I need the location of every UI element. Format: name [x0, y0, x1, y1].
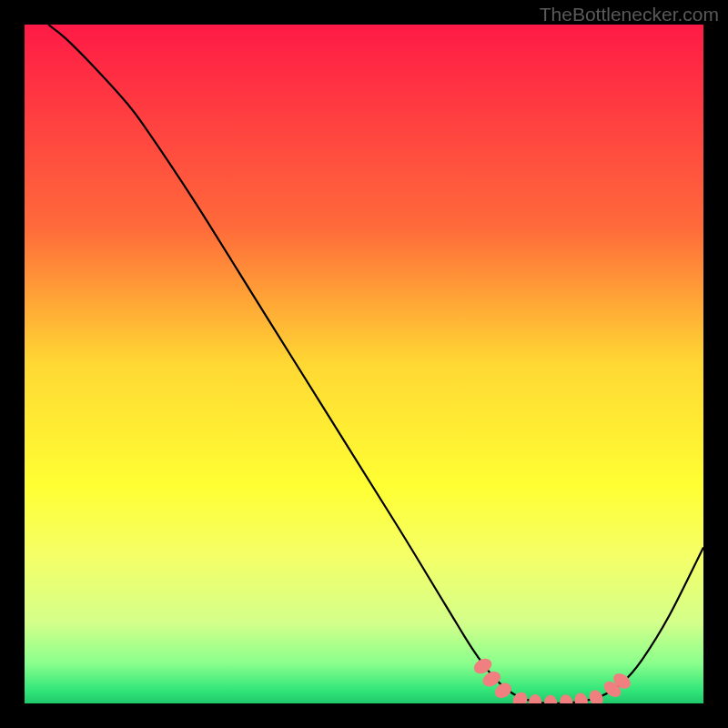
- chart-svg: [25, 25, 703, 703]
- watermark-text: TheBottlenecker.com: [540, 4, 719, 25]
- gradient-background: [25, 25, 703, 703]
- chart-plot-area: [25, 25, 703, 703]
